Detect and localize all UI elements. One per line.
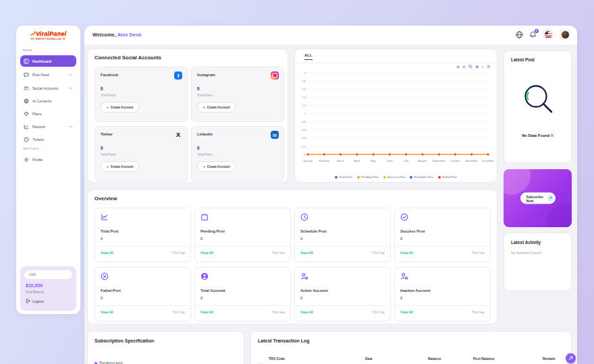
view-all-link[interactable]: View All xyxy=(200,251,213,255)
period-label: This Year xyxy=(372,251,385,255)
social-accounts-icon xyxy=(24,86,29,91)
section-title: Latest Post xyxy=(511,57,535,62)
divider xyxy=(195,305,290,306)
posts-chart: 00.20.40.60.811.21.41.61.82JanuaryFebrua… xyxy=(296,68,494,171)
chevron-down-icon xyxy=(69,87,72,90)
user-check-icon xyxy=(300,272,308,280)
language-flag-button[interactable] xyxy=(543,29,554,40)
posts-chart-section: ALL ⊕ ⊖ ⌂ ☰ 00.20.40.60.811.21.41.61.82J… xyxy=(294,49,497,183)
dashboard-icon xyxy=(24,59,29,64)
divider xyxy=(295,305,390,306)
create-account-button[interactable]: +Create Account xyxy=(197,161,236,172)
line-chart-icon xyxy=(101,213,109,221)
overview-card: Failed Post0View AllThis Year xyxy=(94,267,191,322)
svg-text:October: October xyxy=(450,159,460,162)
connected-accounts-section: Connected Social Accounts Facebook f 0 T… xyxy=(87,49,288,183)
plus-icon: + xyxy=(203,106,205,109)
legend-dot xyxy=(335,176,338,179)
tab-all[interactable]: ALL xyxy=(304,53,313,60)
view-all-link[interactable]: View All xyxy=(400,251,413,255)
post-feed-icon xyxy=(24,72,29,78)
currency-select[interactable]: USD xyxy=(24,270,72,279)
latest-activity-section: Latest Activity No Activities Found!! xyxy=(504,233,572,291)
svg-text:1.2: 1.2 xyxy=(302,104,306,107)
sidebar: ViralPanel BY MARKETINGWALLAH.IN MAIN Da… xyxy=(16,26,80,314)
sidebar-item-tickets[interactable]: ? Tickets xyxy=(20,133,76,145)
username: Alex Devs xyxy=(117,32,142,38)
sidebar-item-plans[interactable]: Plans xyxy=(20,108,76,119)
sidebar-item-post-feed[interactable]: Post Feed xyxy=(20,69,76,80)
legend-item[interactable]: Pending Post xyxy=(357,175,379,179)
facebook-account-card: Facebook f 0 Total Posts +Create Account xyxy=(94,67,188,122)
profile-icon xyxy=(24,157,29,162)
twitter-x-icon: X xyxy=(174,131,182,139)
card-title: Pending Post xyxy=(200,229,225,233)
language-globe-icon[interactable] xyxy=(516,31,523,38)
divider xyxy=(95,246,190,247)
total-balance-value: $10,000 xyxy=(26,283,43,288)
view-all-link[interactable]: View All xyxy=(200,310,213,314)
period-label: This Year xyxy=(272,311,285,314)
view-all-link[interactable]: View All xyxy=(300,310,313,314)
card-title: Inactive Account xyxy=(400,289,431,293)
svg-text:0: 0 xyxy=(304,153,306,156)
sidebar-item-social-accounts[interactable]: Social Accounts xyxy=(20,82,76,94)
subscribe-now-button[interactable]: Subscribe Now xyxy=(520,193,555,204)
view-all-link[interactable]: View All xyxy=(101,310,113,314)
sidebar-item-dashboard[interactable]: Dashboard xyxy=(20,55,76,67)
overview-card: Pending Post0View AllThis Year xyxy=(194,208,291,262)
app-logo[interactable]: ViralPanel BY MARKETINGWALLAH.IN xyxy=(16,30,80,40)
plus-icon: + xyxy=(203,165,205,169)
create-account-button[interactable]: +Create Account xyxy=(101,102,139,113)
transaction-log-section: Latest Transaction Log TRX Code Date Bal… xyxy=(250,331,572,364)
legend-dot xyxy=(357,176,360,179)
logo-arrow-icon xyxy=(30,31,36,36)
user-circle-icon xyxy=(200,272,209,280)
logout-icon xyxy=(26,299,30,303)
sidebar-item-reports[interactable]: Reports xyxy=(20,121,76,132)
us-flag-icon xyxy=(545,31,552,38)
svg-text:?: ? xyxy=(26,138,28,141)
instagram-icon xyxy=(271,71,279,80)
create-account-button[interactable]: +Create Account xyxy=(197,102,236,113)
calendar-icon xyxy=(200,213,209,221)
instagram-account-card: Instagram 0 Total Posts +Create Account xyxy=(191,67,284,122)
period-label: This Year xyxy=(172,311,185,314)
overview-card: Total Post0View AllThis Year xyxy=(94,208,191,262)
legend-item[interactable]: Success Post xyxy=(383,175,406,179)
remaining-word-legend[interactable]: Remaining word xyxy=(94,361,123,364)
period-label: This Year xyxy=(372,311,385,314)
section-title: Subscription Specification xyxy=(94,338,154,343)
legend-item[interactable]: Failed Post xyxy=(438,175,457,179)
create-account-button[interactable]: +Create Account xyxy=(101,161,139,172)
sidebar-section-main: MAIN xyxy=(23,49,32,52)
notifications-button[interactable]: 0 xyxy=(529,31,537,38)
profile-menu-button[interactable] xyxy=(560,29,570,40)
legend-item[interactable]: Schedule Post xyxy=(410,175,433,179)
view-all-link[interactable]: View All xyxy=(101,251,113,255)
section-title: Latest Activity xyxy=(511,240,541,245)
svg-text:March: March xyxy=(337,159,344,162)
view-all-link[interactable]: View All xyxy=(300,251,313,255)
period-label: This Year xyxy=(472,251,485,255)
svg-text:February: February xyxy=(319,159,329,162)
svg-text:1: 1 xyxy=(304,112,306,115)
svg-text:December: December xyxy=(482,159,494,162)
floating-action-button[interactable] xyxy=(566,353,576,363)
logout-button[interactable]: Logout xyxy=(26,299,44,303)
sidebar-item-ai-contents[interactable]: AI Contents xyxy=(20,95,76,107)
sidebar-item-profile[interactable]: Profile xyxy=(20,154,76,165)
no-data-text: No Data Found !! xyxy=(504,133,571,138)
clock-icon xyxy=(300,213,308,221)
logo-tagline: BY MARKETINGWALLAH.IN xyxy=(16,38,80,40)
card-value: 0 xyxy=(400,237,402,241)
legend-item[interactable]: Total Post xyxy=(335,175,352,179)
svg-text:April: April xyxy=(354,159,360,162)
column-header-post-balance: Post Balance xyxy=(473,357,494,361)
plus-icon: + xyxy=(107,165,109,169)
x-circle-icon xyxy=(101,272,109,280)
card-value: 0 xyxy=(101,296,103,300)
view-all-link[interactable]: View All xyxy=(400,310,413,314)
card-title: Schedule Post xyxy=(300,229,327,233)
divider xyxy=(95,305,190,306)
